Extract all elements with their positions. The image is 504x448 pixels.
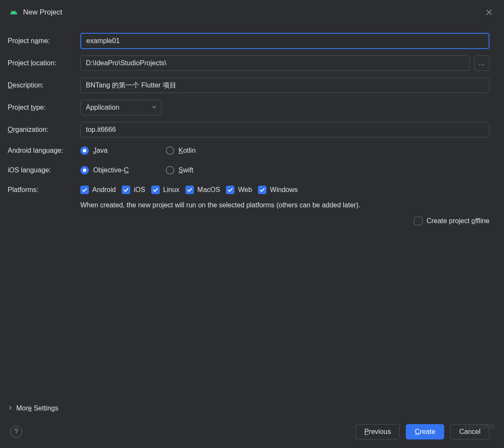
ios-lang-swift-radio[interactable]: Swift [166, 166, 251, 175]
project-type-label: Project type: [8, 104, 80, 111]
checkbox-icon [414, 217, 422, 225]
platforms-label: Platforms: [8, 186, 80, 194]
form: Project name: Project location: ... Desc… [0, 25, 504, 400]
platform-macos-checkbox[interactable]: MacOS [185, 186, 220, 194]
checkbox-icon [151, 186, 160, 194]
android-lang-kotlin-radio[interactable]: Kotlin [166, 146, 251, 155]
ios-language-label: iOS language: [8, 166, 80, 174]
platforms-checkboxes: AndroidiOSLinuxMacOSWebWindows [80, 186, 489, 194]
window-title: New Project [23, 8, 62, 17]
chevron-down-icon [152, 104, 157, 111]
project-type-select[interactable]: Application [80, 100, 161, 115]
project-location-input[interactable] [80, 55, 470, 71]
platform-label: Windows [270, 186, 298, 194]
checkbox-icon [122, 186, 130, 194]
platform-label: iOS [134, 186, 145, 194]
platform-label: MacOS [197, 186, 220, 194]
titlebar: New Project [0, 0, 504, 25]
checkbox-icon [185, 186, 194, 194]
description-input[interactable] [80, 78, 489, 93]
platform-ios-checkbox[interactable]: iOS [122, 186, 145, 194]
create-button[interactable]: Create [406, 424, 444, 439]
organization-label: Organization: [8, 126, 80, 134]
android-lang-java-radio[interactable]: Java [80, 146, 166, 155]
platform-linux-checkbox[interactable]: Linux [151, 186, 179, 194]
platforms-hint: When created, the new project will run o… [8, 201, 489, 209]
chevron-right-icon [8, 404, 13, 412]
footer: ? Previous Create Cancel [0, 420, 504, 448]
close-button[interactable] [483, 7, 495, 18]
help-button[interactable]: ? [10, 426, 22, 438]
ios-lang-objc-radio[interactable]: Objective-C [80, 166, 166, 175]
platform-label: Linux [163, 186, 179, 194]
platform-android-checkbox[interactable]: Android [80, 186, 116, 194]
checkbox-icon [80, 186, 89, 194]
previous-button[interactable]: Previous [355, 424, 400, 439]
checkbox-icon [258, 186, 267, 194]
organization-input[interactable] [80, 122, 489, 137]
browse-location-button[interactable]: ... [474, 55, 489, 71]
platform-label: Android [92, 186, 116, 194]
more-settings-toggle[interactable]: More Settings [0, 400, 504, 420]
project-location-label: Project location: [8, 59, 80, 67]
description-label: Description: [8, 81, 80, 89]
platform-windows-checkbox[interactable]: Windows [258, 186, 298, 194]
project-name-label: Project name: [8, 37, 80, 45]
checkbox-icon [226, 186, 234, 194]
create-offline-checkbox[interactable]: Create project offline [414, 217, 489, 225]
android-logo-icon [9, 8, 18, 17]
cancel-button[interactable]: Cancel [450, 424, 489, 439]
platform-web-checkbox[interactable]: Web [226, 186, 252, 194]
platform-label: Web [238, 186, 252, 194]
android-language-label: Android language: [8, 147, 80, 154]
project-name-input[interactable] [80, 33, 489, 49]
